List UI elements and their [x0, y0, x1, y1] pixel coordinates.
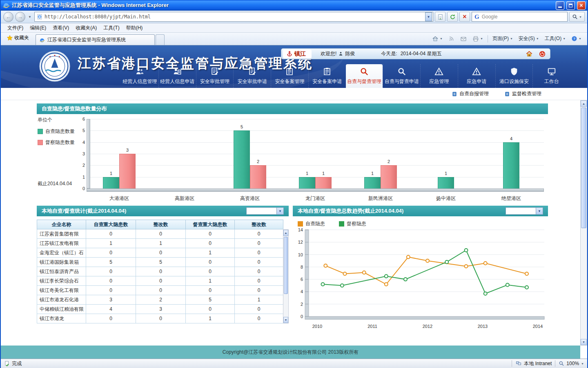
- forward-button[interactable]: →: [15, 12, 25, 22]
- nav-operators-manage[interactable]: 经营人信息管理: [121, 64, 158, 88]
- compatibility-view-button[interactable]: [435, 12, 445, 22]
- scrollbar-thumb[interactable]: [284, 237, 288, 294]
- bar-group: 4: [494, 142, 528, 188]
- bar-value-label: 1: [434, 171, 458, 176]
- search-text: Google: [482, 14, 565, 20]
- bar-panel-title: 自查隐患/督查隐患数量分布: [42, 105, 107, 112]
- table-cell: 1: [186, 248, 235, 258]
- table-row[interactable]: 江苏镇江发电有限1100: [37, 239, 283, 248]
- page-scrollbar[interactable]: ▲ ▼: [580, 100, 587, 346]
- scrollbar-thumb[interactable]: [581, 108, 586, 228]
- mail-button[interactable]: [458, 34, 469, 43]
- nav-inspection-manage[interactable]: 自查与督查管理: [346, 64, 383, 88]
- nav-emergency-apply[interactable]: 应急申请: [458, 64, 495, 88]
- gridline: [90, 154, 544, 154]
- nav-record-manage[interactable]: 安全备案管理: [271, 64, 308, 88]
- logout-button[interactable]: [539, 50, 546, 58]
- portal-home-button[interactable]: [526, 50, 533, 58]
- content-area: 自查隐患/督查隐患数量分布 单位个 自查隐患数量 督察隐患数量 截止2014.0…: [1, 100, 587, 359]
- tools-menu-button[interactable]: 工具(O)▼: [542, 34, 568, 43]
- gridline: [90, 142, 544, 143]
- table-scrollbar[interactable]: ▲ ▼: [283, 229, 289, 323]
- table-cell: 0: [86, 314, 136, 323]
- table-row[interactable]: 江苏索普集团有限0000: [37, 229, 283, 239]
- home-color-icon: [526, 50, 533, 58]
- nav-item-label: 应急申请: [467, 78, 486, 85]
- menubar-item[interactable]: 工具(T): [100, 23, 122, 33]
- favorites-button[interactable]: 收藏夹: [4, 33, 31, 43]
- subnav-item-1[interactable]: 监督检查管理: [504, 90, 541, 97]
- history-dropdown[interactable]: ▼: [27, 12, 33, 22]
- help-button[interactable]: ? ▼: [569, 34, 584, 43]
- trend-filter-select[interactable]: ▼: [506, 207, 543, 215]
- intranet-icon: [515, 361, 522, 366]
- search-button[interactable]: ▼: [569, 12, 585, 22]
- subnav-item-0[interactable]: 自查自报管理: [452, 90, 489, 97]
- table-row[interactable]: 镇江奇美化工有限0000: [37, 286, 283, 295]
- nav-item-label: 安全审批申请: [238, 78, 267, 85]
- scroll-up-icon[interactable]: ▲: [581, 101, 587, 107]
- home-button[interactable]: ▼: [430, 34, 445, 43]
- minimize-button[interactable]: [556, 1, 564, 10]
- address-dropdown[interactable]: ▼: [425, 12, 432, 21]
- table-row[interactable]: 镇江港国际集装箱5500: [37, 258, 283, 267]
- nav-operators-apply[interactable]: 经营人信息申请: [158, 64, 196, 88]
- table-row[interactable]: 镇江市港龙0010: [37, 314, 283, 323]
- nav-emergency-manage[interactable]: 应急管理: [420, 64, 458, 88]
- table-row[interactable]: 中储粮镇江粮油有限4300: [37, 305, 283, 314]
- back-button[interactable]: ←: [3, 12, 13, 22]
- table-row[interactable]: 镇江恒泰沥青产品0000: [37, 267, 283, 276]
- table-filter-select[interactable]: ▼: [246, 207, 284, 215]
- table-cell: 0: [235, 286, 283, 295]
- menubar-item[interactable]: 收藏夹(A): [72, 23, 100, 33]
- table-column-header: 整改数: [235, 220, 283, 229]
- close-button[interactable]: ×: [577, 1, 586, 10]
- table-row[interactable]: 镇江市港龙石化港3251: [37, 295, 283, 305]
- page-menu-button[interactable]: 页面(P)▼: [490, 34, 515, 43]
- legend-label: 督察隐患: [347, 220, 366, 227]
- table-row[interactable]: 镇江李长荣综合石0010: [37, 276, 283, 286]
- svg-text:0: 0: [301, 314, 303, 319]
- table-cell: 1: [136, 239, 186, 248]
- search-input[interactable]: G Google: [472, 12, 568, 22]
- table-cell: 2: [136, 295, 186, 305]
- menubar-item[interactable]: 帮助(H): [123, 23, 146, 33]
- nav-port-security[interactable]: 港口设施保安: [495, 64, 533, 88]
- legend-swatch: [298, 221, 303, 227]
- nav-item-label: 安全审批管理: [200, 78, 229, 85]
- table-row[interactable]: 金海宏业（镇江）石0010: [37, 248, 283, 258]
- feeds-button[interactable]: [446, 34, 457, 43]
- maximize-button[interactable]: [566, 1, 575, 10]
- print-button[interactable]: ▼: [470, 34, 486, 43]
- browser-tab[interactable]: 江苏省港口安全监管与应急管理系统: [36, 34, 155, 45]
- zoom-control[interactable]: 100% ▼: [559, 361, 584, 366]
- table-cell: 1: [235, 295, 283, 305]
- nav-record-apply[interactable]: 安全备案申请: [308, 64, 346, 88]
- tab-title: 江苏省港口安全监管与应急管理系统: [47, 36, 126, 43]
- nav-approval-apply[interactable]: 安全审批申请: [233, 64, 271, 88]
- workbench-icon: [547, 67, 556, 76]
- menubar-item[interactable]: 编辑(E): [27, 23, 49, 33]
- scroll-down-icon[interactable]: ▼: [581, 339, 587, 345]
- menubar-item[interactable]: 文件(F): [4, 23, 27, 33]
- table-column-header: 企业名称: [37, 220, 86, 229]
- scroll-down-icon[interactable]: ▼: [283, 317, 288, 323]
- menubar-item[interactable]: 查看(V): [49, 23, 72, 33]
- refresh-button[interactable]: [447, 12, 458, 22]
- nav-workbench[interactable]: 工作台: [532, 64, 570, 88]
- bar-y-tick: 6: [77, 117, 85, 121]
- nav-approval-manage[interactable]: 安全审批管理: [196, 64, 234, 88]
- nav-inspection-apply[interactable]: 自查与督查申请: [383, 64, 420, 88]
- date-label: 今天是:: [381, 50, 397, 57]
- stop-button[interactable]: ×: [459, 12, 470, 22]
- address-field[interactable]: http://localhost:8080/yjpt/Main.html ▼: [34, 12, 433, 22]
- safety-menu-button[interactable]: 安全(S)▼: [516, 34, 541, 43]
- page-footer: Copyright@江苏省交通规划设计院股份有限公司 2013版权所有: [1, 346, 580, 359]
- bar-y-tick: 2: [77, 163, 85, 168]
- scroll-up-icon[interactable]: ▲: [283, 230, 288, 236]
- new-tab-stub[interactable]: [156, 34, 165, 45]
- user-name[interactable]: 陈俊: [345, 50, 355, 57]
- inspection-manage-icon: [360, 67, 369, 76]
- help-icon: ?: [571, 36, 577, 42]
- table-cell: 0: [186, 305, 235, 314]
